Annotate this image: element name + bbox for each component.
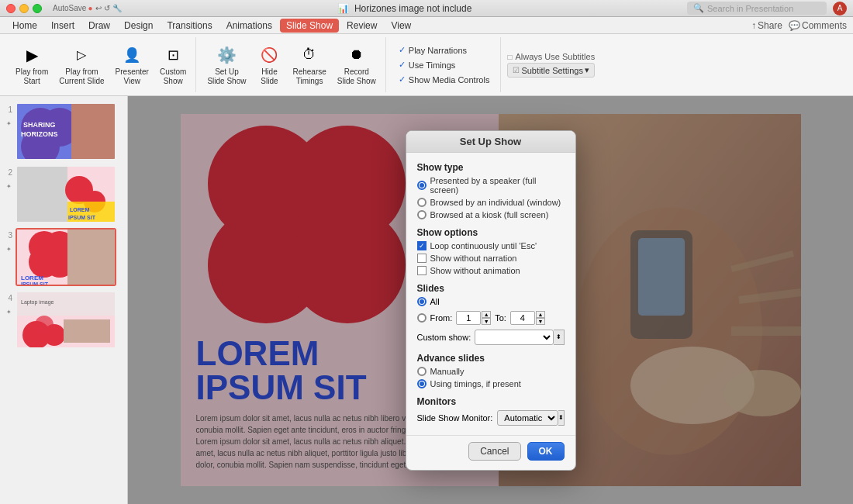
ribbon-group-play: ▶ Play fromStart ▷ Play fromCurrent Slid… [6,37,196,92]
autosave-label: AutoSave [53,4,86,12]
range-radio[interactable] [417,313,427,323]
slide-item-1[interactable]: 1 ✦ SHARING HORIZONS [5,102,123,161]
all-slides-row[interactable]: All [417,297,565,306]
ribbon-group-setup: ⚙️ Set UpSlide Show 🚫 HideSlide ⏱ Rehear… [198,37,385,92]
presenter-icon: 👤 [121,44,143,66]
record-icon: ⏺ [346,44,368,66]
slide-thumb-3[interactable]: LOREM IPSUM SIT [16,228,116,286]
play-start-icon: ▶ [21,44,43,66]
advance-options: Manually Using timings, if present [417,367,565,388]
individual-option[interactable]: Browsed by an individual (window) [417,198,565,207]
setup-show-dialog: Set Up Show Show type Presented by a spe… [406,130,576,471]
share-icon: ↑ [751,20,756,31]
subtitle-area: □ Always Use Subtitles ☑ Subtitle Settin… [507,52,595,78]
slide-item-4[interactable]: 4 ✦ Laptop image [5,291,123,349]
play-from-start-button[interactable]: ▶ Play fromStart [11,41,53,89]
individual-radio [417,198,427,207]
to-down-arrow[interactable]: ▼ [536,318,545,325]
manually-radio [417,367,427,376]
subtitle-settings-button[interactable]: ☑ Subtitle Settings ▾ [507,63,595,78]
svg-rect-9 [17,167,67,223]
from-input[interactable] [456,311,481,325]
play-start-label: Play fromStart [16,67,48,86]
hide-label: HideSlide [261,67,278,86]
search-box[interactable]: 🔍 Search in Presentation [687,2,827,15]
dialog-title: Set Up Show [406,131,575,153]
svg-text:LOREM: LOREM [70,207,89,212]
kiosk-option[interactable]: Browsed at a kiosk (full screen) [417,210,565,219]
custom-show-dropdown-arrow[interactable]: ⬍ [554,330,565,345]
search-icon: 🔍 [693,3,704,13]
menu-design[interactable]: Design [118,19,159,33]
close-button[interactable] [6,4,16,13]
minimize-button[interactable] [19,4,29,13]
to-up-arrow[interactable]: ▲ [536,311,545,318]
custom-show-button[interactable]: ⊡ CustomShow [155,41,191,89]
always-subtitles-row[interactable]: □ Always Use Subtitles [507,52,595,61]
slide-num-2: 2 [5,165,12,177]
menu-animations[interactable]: Animations [220,19,278,33]
loop-option[interactable]: ✓ Loop continuously until 'Esc' [417,241,565,250]
menu-home[interactable]: Home [6,19,43,33]
slide-thumb-4[interactable]: Laptop image [16,291,116,349]
menu-insert[interactable]: Insert [45,19,81,33]
ribbon: ▶ Play fromStart ▷ Play fromCurrent Slid… [0,34,853,96]
monitor-select[interactable]: Automatic [497,410,558,426]
manually-option[interactable]: Manually [417,367,565,376]
maximize-button[interactable] [33,4,42,13]
avatar[interactable]: A [833,2,847,16]
play-narrations-check[interactable]: ✓ Play Narrations [395,43,493,57]
show-type-section: Show type Presented by a speaker (full s… [417,162,565,219]
slide-item-2[interactable]: 2 ✦ LOREM IPSUM SIT [5,165,123,223]
menu-transitions[interactable]: Transitions [161,19,218,33]
setup-show-button[interactable]: ⚙️ Set UpSlide Show [202,41,250,89]
comments-button[interactable]: 💬 Comments [789,20,847,31]
custom-show-select[interactable] [475,330,553,345]
svg-text:HORIZONS: HORIZONS [21,130,58,138]
monitor-dropdown-arrow[interactable]: ⬍ [558,410,565,426]
slide-item-3[interactable]: 3 ✦ LOREM IPSUM SIT [5,228,123,286]
custom-row: Custom show: ⬍ [417,330,565,345]
play-current-button[interactable]: ▷ Play fromCurrent Slide [54,41,109,89]
cancel-button[interactable]: Cancel [468,442,520,461]
always-subtitle-checkbox: □ [507,53,512,61]
rehearse-icon: ⏱ [299,44,320,66]
slide-thumb-2[interactable]: LOREM IPSUM SIT [16,165,116,223]
svg-rect-28 [64,319,110,343]
comments-icon: 💬 [789,20,800,31]
play-current-label: Play fromCurrent Slide [59,67,104,86]
to-input[interactable] [510,311,535,325]
kiosk-radio [417,210,427,219]
slide-thumb-1[interactable]: SHARING HORIZONS [16,102,116,161]
record-button[interactable]: ⏺ RecordSlide Show [333,41,381,89]
svg-rect-20 [67,230,116,286]
slide-num-3: 3 [5,228,12,240]
no-narration-option[interactable]: Show without narration [417,254,565,263]
setup-label: Set UpSlide Show [207,67,246,86]
custom-show-icon: ⊡ [162,44,184,66]
rehearse-button[interactable]: ⏱ RehearseTimings [288,41,330,89]
speaker-option[interactable]: Presented by a speaker (full screen) [417,176,565,195]
menu-review[interactable]: Review [340,19,383,33]
ribbon-group-narrations: ✓ Play Narrations ✓ Use Timings ✓ Show M… [388,37,502,92]
menu-draw[interactable]: Draw [82,19,116,33]
svg-text:IPSUM SIT: IPSUM SIT [68,215,96,220]
autosave-status: ● [88,4,92,12]
presenter-view-button[interactable]: 👤 PresenterView [111,41,154,89]
menu-view[interactable]: View [385,19,417,33]
timings-radio [417,379,427,388]
from-down-arrow[interactable]: ▼ [482,318,491,325]
custom-show-label: CustomShow [160,67,186,86]
use-timings-check[interactable]: ✓ Use Timings [395,58,493,71]
show-media-controls-check[interactable]: ✓ Show Media Controls [395,73,493,86]
menu-slideshow[interactable]: Slide Show [280,19,339,33]
main-area: 1 ✦ SHARING HORIZONS 2 ✦ [0,96,853,504]
no-animation-option[interactable]: Show without animation [417,266,565,275]
presenter-label: PresenterView [116,67,149,86]
ok-button[interactable]: OK [527,442,565,461]
record-label: RecordSlide Show [337,67,376,86]
share-button[interactable]: ↑ Share [751,20,782,31]
from-up-arrow[interactable]: ▲ [482,311,491,318]
timings-option[interactable]: Using timings, if present [417,379,565,388]
hide-slide-button[interactable]: 🚫 HideSlide [252,41,286,89]
